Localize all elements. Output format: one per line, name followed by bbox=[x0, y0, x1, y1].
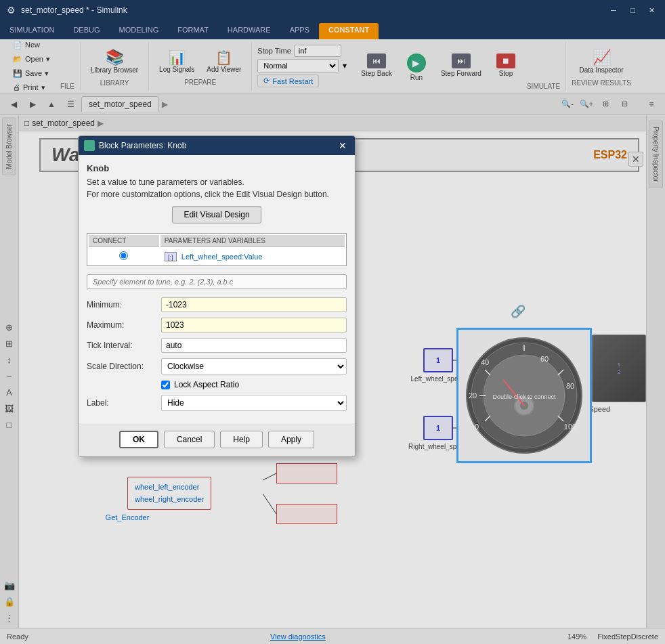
scale-direction-row: Scale Direction: Clockwise Counterclockw… bbox=[87, 358, 347, 374]
connect-radio[interactable] bbox=[119, 251, 128, 260]
params-col-header: PARAMETERS AND VARIABLES bbox=[160, 235, 345, 247]
min-input[interactable] bbox=[161, 297, 347, 312]
param-link[interactable]: Left_wheel_speed:Value bbox=[181, 253, 263, 261]
param-icon: [:] bbox=[165, 252, 177, 261]
ok-button[interactable]: OK bbox=[119, 431, 158, 448]
dialog-desc1: Set a value to tune parameters or variab… bbox=[87, 177, 347, 187]
block-parameters-dialog: Block Parameters: Knob ✕ Knob Set a valu… bbox=[78, 135, 356, 457]
cancel-button[interactable]: Cancel bbox=[164, 431, 215, 448]
lock-aspect-label: Lock Aspect Ratio bbox=[174, 380, 239, 389]
help-button[interactable]: Help bbox=[220, 431, 263, 448]
scale-label: Scale Direction: bbox=[87, 362, 161, 371]
scale-direction-select[interactable]: Clockwise Counterclockwise bbox=[161, 358, 347, 374]
label-row: Label: Hide Show bbox=[87, 395, 347, 411]
apply-button[interactable]: Apply bbox=[268, 431, 314, 448]
dialog-desc2: For more customization options, click th… bbox=[87, 190, 347, 199]
dialog-body: Knob Set a value to tune parameters or v… bbox=[79, 155, 355, 425]
tick-input[interactable] bbox=[161, 338, 347, 353]
edit-visual-design-button[interactable]: Edit Visual Design bbox=[172, 206, 261, 223]
minimum-row: Minimum: bbox=[87, 297, 347, 312]
connect-table: CONNECT PARAMETERS AND VARIABLES [:] Lef… bbox=[87, 233, 347, 266]
max-label: Maximum: bbox=[87, 320, 161, 330]
dialog-titlebar: Block Parameters: Knob ✕ bbox=[79, 136, 355, 155]
lock-aspect-row: Lock Aspect Ratio bbox=[87, 380, 347, 389]
dialog-title: Block Parameters: Knob bbox=[99, 141, 186, 150]
min-label: Minimum: bbox=[87, 300, 161, 309]
element-tune-input[interactable] bbox=[87, 274, 347, 289]
max-input[interactable] bbox=[161, 318, 347, 332]
dialog-footer: OK Cancel Help Apply bbox=[79, 425, 355, 456]
dialog-heading: Knob bbox=[87, 163, 347, 173]
tick-interval-row: Tick Interval: bbox=[87, 338, 347, 353]
label-select[interactable]: Hide Show bbox=[161, 395, 347, 411]
tick-label: Tick Interval: bbox=[87, 341, 161, 350]
dialog-close-button[interactable]: ✕ bbox=[336, 139, 349, 152]
connect-col-header: CONNECT bbox=[89, 235, 159, 247]
label-field-label: Label: bbox=[87, 398, 161, 408]
maximum-row: Maximum: bbox=[87, 318, 347, 332]
lock-aspect-checkbox[interactable] bbox=[161, 381, 170, 389]
dialog-icon bbox=[84, 140, 95, 151]
